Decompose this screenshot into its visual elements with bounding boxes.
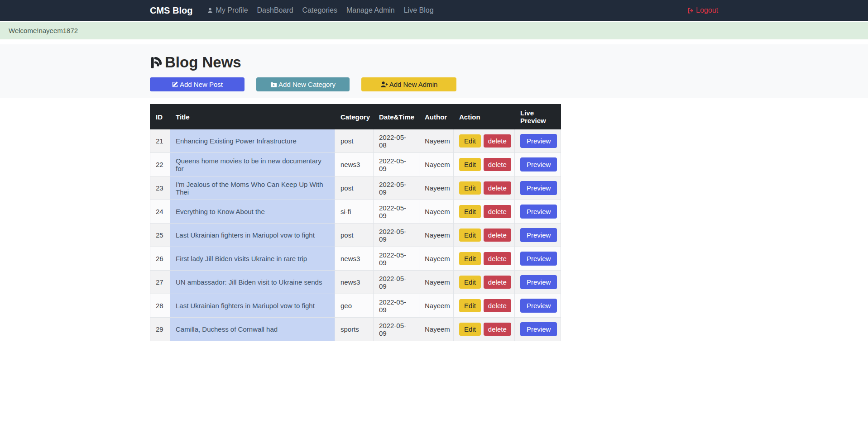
edit-button[interactable]: Edit	[459, 299, 481, 312]
row-id: 21	[150, 129, 170, 153]
row-author: Nayeem	[419, 200, 454, 224]
column-header-live-preview: Live Preview	[515, 105, 561, 129]
row-date: 2022-05-08	[374, 129, 419, 153]
add-new-post-button[interactable]: Add New Post	[150, 77, 245, 91]
preview-button[interactable]: Preview	[520, 134, 557, 148]
row-title: Everything to Know About the	[170, 200, 335, 224]
row-actions: Edit delete	[459, 323, 509, 336]
nav-item-live-blog[interactable]: Live Blog	[399, 6, 438, 14]
row-author: Nayeem	[419, 129, 454, 153]
delete-button[interactable]: delete	[484, 205, 511, 218]
edit-button[interactable]: Edit	[459, 276, 481, 289]
edit-button[interactable]: Edit	[459, 252, 481, 265]
main-content: ID Title Category Date&Time Author Actio…	[0, 104, 868, 341]
row-date: 2022-05-09	[374, 271, 419, 294]
row-id: 28	[150, 294, 170, 318]
row-category: news3	[335, 271, 374, 294]
row-author: Nayeem	[419, 224, 454, 247]
column-header-id: ID	[150, 105, 170, 129]
row-id: 24	[150, 200, 170, 224]
table-row: 23 I'm Jealous of the Moms Who Can Keep …	[150, 176, 561, 200]
row-author: Nayeem	[419, 294, 454, 318]
table-header-row: ID Title Category Date&Time Author Actio…	[150, 105, 561, 129]
row-actions: Edit delete	[459, 229, 509, 242]
edit-button[interactable]: Edit	[459, 323, 481, 336]
preview-button[interactable]: Preview	[520, 228, 557, 242]
preview-button[interactable]: Preview	[520, 275, 557, 289]
delete-button[interactable]: delete	[484, 134, 511, 148]
row-actions: Edit delete	[459, 134, 509, 148]
top-navbar: CMS Blog My Profile DashBoard Categories…	[0, 0, 868, 21]
logout-link[interactable]: Logout	[687, 6, 718, 14]
row-date: 2022-05-09	[374, 200, 419, 224]
row-title: Enhancing Existing Power Infrastructure	[170, 129, 335, 153]
action-buttons-row: Add New Post Add New Category Add New Ad…	[150, 77, 718, 91]
table-row: 21 Enhancing Existing Power Infrastructu…	[150, 129, 561, 153]
preview-button[interactable]: Preview	[520, 205, 557, 219]
delete-button[interactable]: delete	[484, 158, 511, 171]
table-row: 24 Everything to Know About the si-fi 20…	[150, 200, 561, 224]
table-row: 26 First lady Jill Biden visits Ukraine …	[150, 247, 561, 271]
column-header-action: Action	[454, 105, 515, 129]
page-title: Blog News	[150, 54, 718, 71]
page-title-text: Blog News	[165, 54, 241, 71]
row-category: sports	[335, 318, 374, 341]
preview-button[interactable]: Preview	[520, 157, 557, 171]
delete-button[interactable]: delete	[484, 229, 511, 242]
edit-button[interactable]: Edit	[459, 205, 481, 218]
column-header-category: Category	[335, 105, 374, 129]
delete-button[interactable]: delete	[484, 252, 511, 265]
row-actions: Edit delete	[459, 181, 509, 195]
row-title: First lady Jill Biden visits Ukraine in …	[170, 247, 335, 271]
user-icon	[207, 7, 213, 14]
table-row: 27 UN ambassador: Jill Biden visit to Uk…	[150, 271, 561, 294]
preview-button[interactable]: Preview	[520, 252, 557, 266]
edit-button[interactable]: Edit	[459, 134, 481, 148]
delete-button[interactable]: delete	[484, 181, 511, 195]
nav-item-categories[interactable]: Categories	[298, 6, 342, 14]
row-title: Last Ukrainian fighters in Mariupol vow …	[170, 224, 335, 247]
nav-links: My Profile DashBoard Categories Manage A…	[202, 6, 438, 14]
row-date: 2022-05-09	[374, 247, 419, 271]
add-new-admin-button[interactable]: Add New Admin	[361, 77, 456, 91]
row-actions: Edit delete	[459, 299, 509, 312]
row-category: news3	[335, 247, 374, 271]
row-category: si-fi	[335, 200, 374, 224]
welcome-alert: Welcome!nayeem1872	[0, 22, 868, 39]
user-plus-icon	[380, 81, 388, 88]
row-date: 2022-05-09	[374, 224, 419, 247]
delete-button[interactable]: delete	[484, 276, 511, 289]
edit-button[interactable]: Edit	[459, 181, 481, 195]
row-id: 26	[150, 247, 170, 271]
nav-item-manage-admin[interactable]: Manage Admin	[342, 6, 399, 14]
welcome-alert-text: Welcome!nayeem1872	[9, 27, 78, 34]
delete-button[interactable]: delete	[484, 323, 511, 336]
row-author: Nayeem	[419, 247, 454, 271]
row-actions: Edit delete	[459, 252, 509, 265]
row-author: Nayeem	[419, 271, 454, 294]
edit-square-icon	[172, 81, 178, 88]
brand-logo[interactable]: CMS Blog	[150, 5, 192, 16]
edit-button[interactable]: Edit	[459, 158, 481, 171]
table-row: 28 Last Ukrainian fighters in Mariupol v…	[150, 294, 561, 318]
row-author: Nayeem	[419, 153, 454, 176]
preview-button[interactable]: Preview	[520, 299, 557, 313]
row-date: 2022-05-09	[374, 153, 419, 176]
column-header-datetime: Date&Time	[374, 105, 419, 129]
row-title: I'm Jealous of the Moms Who Can Keep Up …	[170, 176, 335, 200]
row-id: 27	[150, 271, 170, 294]
preview-button[interactable]: Preview	[520, 181, 557, 195]
delete-button[interactable]: delete	[484, 299, 511, 312]
row-date: 2022-05-09	[374, 318, 419, 341]
table-row: 29 Camilla, Duchess of Cornwall had spor…	[150, 318, 561, 341]
preview-button[interactable]: Preview	[520, 322, 557, 336]
nav-item-dashboard[interactable]: DashBoard	[253, 6, 298, 14]
edit-button[interactable]: Edit	[459, 229, 481, 242]
row-actions: Edit delete	[459, 158, 509, 171]
row-date: 2022-05-09	[374, 176, 419, 200]
column-header-title: Title	[170, 105, 335, 129]
row-category: post	[335, 224, 374, 247]
add-new-category-button[interactable]: Add New Category	[256, 77, 350, 91]
row-actions: Edit delete	[459, 205, 509, 218]
nav-item-my-profile[interactable]: My Profile	[202, 6, 252, 14]
